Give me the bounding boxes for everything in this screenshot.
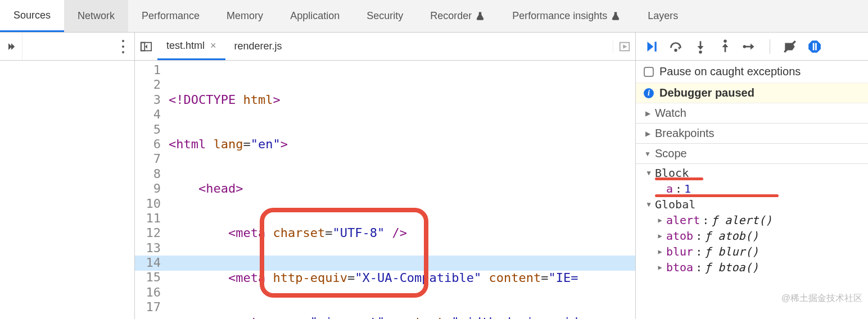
tab-sources[interactable]: Sources <box>0 0 64 32</box>
svg-rect-3 <box>655 42 657 51</box>
step-out-icon[interactable] <box>718 39 733 54</box>
chevron-down-icon: ▼ <box>645 169 653 177</box>
svg-rect-1 <box>141 42 144 51</box>
annotation-underline <box>655 177 703 180</box>
debugger-toolbar <box>635 33 868 60</box>
step-over-icon[interactable] <box>668 39 683 54</box>
step-icon[interactable] <box>743 39 757 54</box>
line-number[interactable]: 13 <box>135 241 161 256</box>
toggle-navigator-icon[interactable] <box>135 40 157 53</box>
scope-variable-row[interactable]: ▶atob: ƒ atob() <box>643 228 868 244</box>
line-number[interactable]: 6 <box>135 137 161 152</box>
scope-variable-row[interactable]: ▶blur: ƒ blur() <box>643 244 868 259</box>
chevron-right-icon: ▶ <box>656 232 664 240</box>
flask-icon <box>475 11 485 21</box>
line-number[interactable]: 8 <box>135 167 161 181</box>
section-breakpoints[interactable]: ▶Breakpoints <box>636 124 868 144</box>
tab-network[interactable]: Network <box>64 0 128 32</box>
tab-layers[interactable]: Layers <box>634 0 691 32</box>
chevron-down-icon: ▼ <box>644 150 652 158</box>
debugger-paused-banner: i Debugger paused <box>636 83 868 103</box>
svg-point-5 <box>699 51 702 53</box>
main-area: 1 2 3 4 5 6 7 8 9 10 11 12 13 14 15 16 1… <box>0 61 868 319</box>
scope-var-value: ƒ atob() <box>704 229 758 243</box>
line-number[interactable]: 2 <box>135 78 161 92</box>
watermark-text: @稀土掘金技术社区 <box>781 293 862 304</box>
chevron-right-icon: ▶ <box>656 263 664 271</box>
file-tab-test-html[interactable]: test.html × <box>157 33 225 60</box>
chevron-right-icon: ▶ <box>656 216 664 224</box>
scope-var-name: a <box>666 182 673 195</box>
flask-icon <box>611 11 621 21</box>
chevron-right-icon: ▶ <box>644 130 652 138</box>
scope-var-value: 1 <box>684 182 691 195</box>
line-number[interactable]: 4 <box>135 107 161 122</box>
section-label: Scope <box>655 147 687 160</box>
scope-var-name: alert <box>666 213 700 227</box>
scope-var-value: ƒ blur() <box>704 245 758 258</box>
kebab-menu-icon[interactable] <box>122 38 124 55</box>
file-tab-renderer-js[interactable]: renderer.js <box>225 33 291 60</box>
tab-security[interactable]: Security <box>353 0 417 32</box>
sources-toolbar-row: test.html × renderer.js <box>0 33 868 61</box>
file-tab-label: test.html <box>166 40 205 52</box>
debugger-sidebar: Pause on caught exceptions i Debugger pa… <box>635 61 868 319</box>
line-number[interactable]: 11 <box>135 211 161 226</box>
svg-rect-10 <box>813 43 815 50</box>
scope-global-row[interactable]: ▼Global <box>643 197 868 212</box>
line-gutter: 1 2 3 4 5 6 7 8 9 10 11 12 13 14 15 16 1… <box>135 63 165 315</box>
line-number[interactable]: 12 <box>135 226 161 240</box>
tab-perf-insights-label: Performance insights <box>512 10 607 22</box>
chevron-down-icon: ▼ <box>645 200 653 208</box>
scope-variable-row[interactable]: ▶alert: ƒ alert() <box>643 212 868 228</box>
line-number[interactable]: 10 <box>135 197 161 211</box>
tab-performance-insights[interactable]: Performance insights <box>499 0 634 32</box>
line-number[interactable]: 17 <box>135 300 161 315</box>
file-tab-label: renderer.js <box>234 40 282 52</box>
svg-rect-11 <box>815 43 817 50</box>
pause-on-caught-label: Pause on caught exceptions <box>659 65 801 78</box>
pause-on-exceptions-icon[interactable] <box>807 39 822 54</box>
navigator-placeholder <box>0 61 135 319</box>
line-number[interactable]: 9 <box>135 181 161 196</box>
line-number[interactable]: 1 <box>135 63 161 78</box>
svg-marker-9 <box>808 40 821 53</box>
section-scope[interactable]: ▼Scope <box>636 144 868 164</box>
scope-var-value: ƒ btoa() <box>704 261 758 274</box>
chevron-right-icon: ▶ <box>656 248 664 256</box>
line-number[interactable]: 5 <box>135 122 161 137</box>
chevron-right-icon: ▶ <box>644 110 652 117</box>
svg-point-7 <box>743 45 746 48</box>
pause-on-caught-row[interactable]: Pause on caught exceptions <box>636 61 868 83</box>
more-tabs-chevron[interactable] <box>0 33 22 60</box>
code-editor[interactable]: 1 2 3 4 5 6 7 8 9 10 11 12 13 14 15 16 1… <box>135 61 635 319</box>
info-icon: i <box>644 88 654 98</box>
section-watch[interactable]: ▶Watch <box>636 103 868 124</box>
tab-application[interactable]: Application <box>277 0 353 32</box>
scope-var-value: ƒ alert() <box>711 213 772 227</box>
line-number[interactable]: 3 <box>135 93 161 107</box>
toolbar-divider <box>770 39 770 54</box>
scope-var-name: blur <box>666 245 693 258</box>
deactivate-breakpoints-icon[interactable] <box>783 39 797 54</box>
line-number[interactable]: 15 <box>135 270 161 285</box>
scope-var-name: btoa <box>666 261 693 274</box>
run-snippet-icon[interactable] <box>613 40 635 53</box>
svg-point-6 <box>724 39 726 42</box>
tab-performance[interactable]: Performance <box>128 0 213 32</box>
scope-variable-row[interactable]: ▶btoa: ƒ btoa() <box>643 259 868 275</box>
navigator-panel <box>22 33 135 60</box>
step-into-icon[interactable] <box>693 39 708 54</box>
line-number[interactable]: 16 <box>135 285 161 300</box>
debugger-paused-text: Debugger paused <box>659 86 754 99</box>
close-icon[interactable]: × <box>210 40 216 52</box>
line-number[interactable]: 14 <box>135 256 161 270</box>
file-tabs: test.html × renderer.js <box>135 33 635 60</box>
tab-memory[interactable]: Memory <box>213 0 277 32</box>
resume-icon[interactable] <box>644 39 658 54</box>
line-number[interactable]: 7 <box>135 152 161 166</box>
checkbox-icon[interactable] <box>644 67 654 77</box>
scope-var-name: atob <box>666 229 693 243</box>
tab-recorder[interactable]: Recorder <box>417 0 499 32</box>
tab-recorder-label: Recorder <box>430 10 472 22</box>
